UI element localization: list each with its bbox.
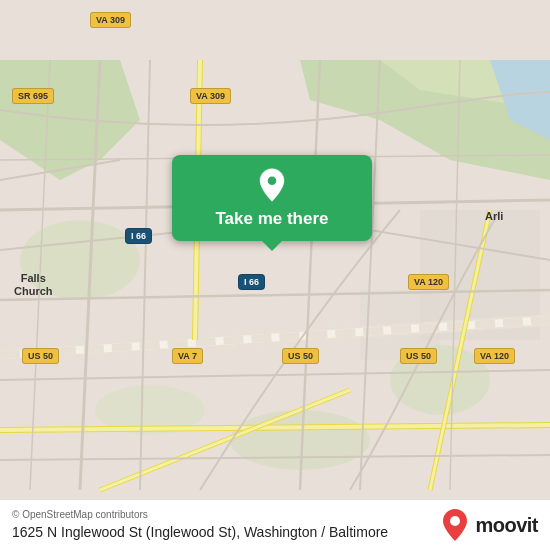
road-badge-va120-mid: VA 120 (408, 274, 449, 290)
road-badge-us50-left: US 50 (22, 348, 59, 364)
address-text: 1625 N Inglewood St (Inglewood St), Wash… (12, 523, 431, 541)
svg-marker-0 (0, 60, 140, 180)
place-arli: Arli (485, 210, 503, 223)
road-badge-va120-bottom: VA 120 (474, 348, 515, 364)
svg-point-36 (450, 516, 460, 526)
road-badge-us50-mid: US 50 (282, 348, 319, 364)
svg-point-35 (268, 176, 277, 185)
road-badge-us50-right: US 50 (400, 348, 437, 364)
map-container: VA 309 SR 695 VA 309 I 66 I 66 VA 120 VA… (0, 0, 550, 550)
map-roads-svg (0, 0, 550, 550)
road-badge-va7: VA 7 (172, 348, 203, 364)
road-badge-i66-left: I 66 (125, 228, 152, 244)
bottom-bar: © OpenStreetMap contributors 1625 N Ingl… (0, 499, 550, 550)
moovit-pin-icon (441, 508, 469, 542)
bottom-left-info: © OpenStreetMap contributors 1625 N Ingl… (12, 509, 431, 541)
location-pin-icon (254, 167, 290, 203)
road-badge-sr695: SR 695 (12, 88, 54, 104)
moovit-text: moovit (475, 514, 538, 537)
road-badge-va309-top: VA 309 (90, 12, 131, 28)
place-falls-church: FallsChurch (14, 272, 53, 298)
take-me-there-button[interactable]: Take me there (172, 155, 372, 241)
road-badge-va309-mid: VA 309 (190, 88, 231, 104)
moovit-logo: moovit (441, 508, 538, 542)
road-badge-i66-mid: I 66 (238, 274, 265, 290)
button-label: Take me there (215, 209, 328, 229)
copyright-text: © OpenStreetMap contributors (12, 509, 431, 520)
svg-point-6 (230, 410, 370, 470)
